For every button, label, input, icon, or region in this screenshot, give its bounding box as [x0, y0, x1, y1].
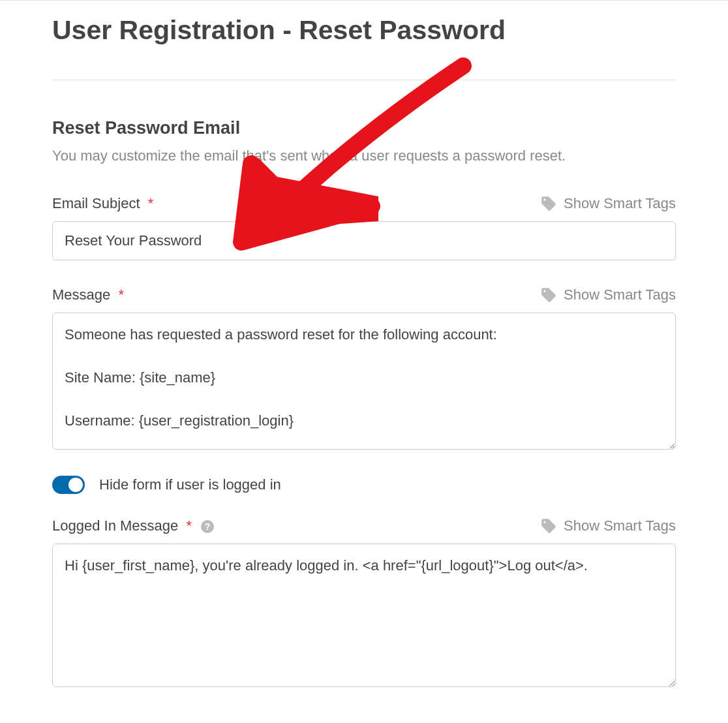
section-divider: [52, 80, 676, 80]
email-subject-input[interactable]: [52, 221, 676, 260]
section-heading: Reset Password Email: [52, 118, 676, 138]
logged-in-message-label-text: Logged In Message: [52, 517, 178, 534]
smart-tags-label: Show Smart Tags: [564, 195, 676, 212]
top-divider: [0, 0, 728, 1]
message-label-text: Message: [52, 286, 110, 303]
smart-tags-button-subject[interactable]: Show Smart Tags: [540, 195, 676, 212]
section-description: You may customize the email that's sent …: [52, 146, 676, 166]
smart-tags-label: Show Smart Tags: [564, 286, 676, 303]
hide-form-toggle[interactable]: [52, 476, 85, 494]
required-marker: *: [118, 286, 124, 303]
email-subject-row: Email Subject * Show Smart Tags: [52, 195, 676, 212]
smart-tags-label: Show Smart Tags: [564, 517, 676, 534]
message-label: Message *: [52, 286, 124, 303]
hide-form-toggle-row: Hide form if user is logged in: [52, 476, 676, 494]
logged-in-message-row: Logged In Message * ? Show Smart Tags: [52, 517, 676, 534]
smart-tags-button-message[interactable]: Show Smart Tags: [540, 286, 676, 303]
hide-form-toggle-label: Hide form if user is logged in: [99, 476, 281, 493]
tag-icon: [540, 195, 557, 212]
toggle-knob: [68, 478, 83, 492]
message-textarea[interactable]: [52, 313, 676, 450]
tag-icon: [540, 517, 557, 534]
required-marker: *: [148, 195, 154, 211]
logged-in-message-label: Logged In Message * ?: [52, 517, 214, 534]
email-subject-label-text: Email Subject: [52, 195, 140, 211]
logged-in-message-textarea[interactable]: [52, 544, 676, 687]
smart-tags-button-logged[interactable]: Show Smart Tags: [540, 517, 676, 534]
email-subject-label: Email Subject *: [52, 195, 153, 212]
help-icon[interactable]: ?: [201, 520, 214, 533]
message-row: Message * Show Smart Tags: [52, 286, 676, 303]
required-marker: *: [186, 517, 192, 534]
main-content: User Registration - Reset Password Reset…: [0, 14, 728, 690]
page-title: User Registration - Reset Password: [52, 14, 676, 47]
tag-icon: [540, 286, 557, 303]
